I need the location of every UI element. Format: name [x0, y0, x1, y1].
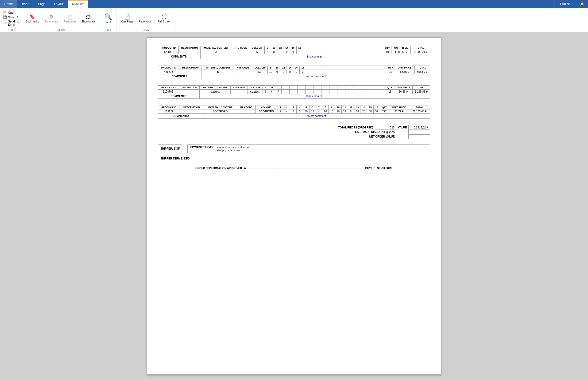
nav-insert[interactable]: Insert: [17, 0, 34, 8]
payment-terms-line2: End of payment terms: [214, 149, 240, 152]
empty-size-header: [322, 86, 330, 90]
size-header-1-0: 8: [268, 66, 274, 70]
payment-terms-label: PAYMENT TERMS:: [190, 146, 213, 149]
empty-size-header: [378, 66, 386, 70]
material-content-header: MATERIAL CONTENT: [200, 86, 230, 90]
bookmarks-icon: 🔖: [29, 14, 35, 19]
product-id-cell-3: 119179: [158, 109, 180, 114]
material-content-header: MATERIAL CONTENT: [202, 66, 234, 70]
material-content-cell-0: A: [200, 50, 232, 54]
material-content-header: MATERIAL CONTENT: [203, 105, 237, 109]
nav-page[interactable]: Page: [34, 0, 50, 8]
thumbnails-button[interactable]: 🖼 Thumbnails: [80, 13, 98, 24]
shipper-label: SHIPPER:: [160, 147, 173, 150]
open-button[interactable]: 📂 Open: [2, 10, 19, 15]
total-header: TOTAL: [414, 66, 430, 70]
send-email-button[interactable]: 📧 Send Email ▼: [2, 19, 19, 27]
total-cell-3: 21 153,44 ₽: [409, 109, 430, 114]
size-header-0-4: 16: [290, 46, 296, 50]
qty-cell-3-13: 28: [361, 109, 367, 114]
empty-size-header: [351, 46, 359, 50]
size-header-3-3: 4: [296, 105, 303, 109]
value-value: 32 914,02 ₽: [409, 125, 430, 130]
hts-code-header: HTS CODE: [234, 66, 252, 70]
publish-button[interactable]: Publish: [555, 0, 576, 8]
size-header-2-1: M: [269, 86, 275, 90]
empty-size-header: [346, 66, 354, 70]
shipper-value: DGF: [174, 147, 180, 150]
product-table-3: PRODUCT ID DESCRIPTION MATERIAL CONTENT …: [158, 105, 430, 119]
qty-cell-2-1: 6: [269, 90, 275, 94]
description-header: DESCRIPTION: [178, 86, 200, 90]
qty-cell-3-7: 16: [322, 109, 328, 114]
unit-price-header: UNIT PRICE: [392, 46, 410, 50]
product-id-cell-2: 1108766: [158, 90, 178, 94]
resources-icon: 📋: [67, 14, 73, 19]
qty-cell-3-9: 20: [335, 109, 341, 114]
unit-price-cell-1: 55,55 ₽: [395, 70, 414, 74]
empty-size-header: [338, 66, 346, 70]
qty-cell-2-2: 7: [275, 90, 281, 94]
full-screen-button[interactable]: ⛶ Full Screen: [156, 13, 173, 24]
payment-terms-box: PAYMENT TERMS: These are our payment ter…: [187, 145, 430, 153]
panels-group: 🔖 Bookmarks ⚙ Parameters 📋 Resources 🖼 T…: [21, 9, 100, 32]
nav-home[interactable]: Home: [0, 0, 17, 8]
size-header-0-2: 12: [277, 46, 284, 50]
nav-layout[interactable]: Layout: [50, 0, 68, 8]
empty-size-header: [327, 46, 335, 50]
size-header-1-2: 12: [280, 66, 287, 70]
size-header-2-0: S: [262, 86, 269, 90]
nav-preview[interactable]: Preview: [68, 0, 88, 8]
resources-button[interactable]: 📋 Resources: [61, 13, 79, 24]
parameters-button[interactable]: ⚙ Parameters: [42, 13, 60, 24]
empty-size-header: [370, 66, 378, 70]
bookmarks-label: Bookmarks: [26, 20, 39, 23]
empty-size-header: [314, 86, 322, 90]
qty-cell-3-12: 26: [354, 109, 361, 114]
find-button[interactable]: 🔍 Find: [102, 13, 114, 25]
one-page-button[interactable]: 📄 One Page: [119, 13, 135, 24]
material-content-header: MATERIAL CONTENT: [200, 46, 232, 50]
save-button[interactable]: 💾 Save ▼: [2, 15, 19, 19]
colour-header: COLOUR: [247, 86, 262, 90]
qty-cell-1-3: 0: [287, 70, 293, 74]
total-pieces-label: TOTAL PIECES (ORDERED): [336, 125, 375, 130]
tools-group: 🔍 Find Tools: [100, 9, 117, 32]
size-header-1-3: 14: [287, 66, 293, 70]
product-table-0: PRODUCT ID DESCRIPTION MATERIAL CONTENT …: [158, 46, 430, 59]
size-header-3-12: 13: [354, 105, 361, 109]
qty-cell-2-0: 5: [262, 90, 269, 94]
size-header-3-8: 9: [328, 105, 335, 109]
hts-code-cell-2: [230, 90, 247, 94]
empty-size-header: [335, 46, 343, 50]
description-cell-0: [179, 50, 201, 54]
thumbnails-icon: 🖼: [86, 14, 91, 19]
hts-code-cell-0: [232, 50, 249, 54]
total-qty-cell-3: 272: [380, 109, 389, 114]
tools-group-label: Tools: [105, 27, 111, 32]
empty-size-header: [370, 86, 378, 90]
size-header-3-9: 10: [335, 105, 341, 109]
comments-label-2: COMMENTS:: [158, 94, 200, 99]
empty-size-header: [305, 86, 314, 90]
empty-size-header: [375, 46, 383, 50]
hts-code-cell-1: [234, 70, 252, 74]
description-header: DESCRIPTION: [180, 105, 203, 109]
bookmarks-button[interactable]: 🔖 Bookmarks: [24, 13, 41, 24]
unit-price-header: UNIT PRICE: [395, 66, 414, 70]
page-width-label: Page Width: [138, 20, 152, 23]
product-table-1: PRODUCT ID DESCRIPTION MATERIAL CONTENT …: [158, 66, 430, 79]
total-cell-2: 1 199,88 ₽: [412, 90, 430, 94]
total-cell-1: 555,50 ₽: [414, 70, 430, 74]
colour-header: COLOUR: [256, 105, 277, 109]
size-header-0-3: 14: [284, 46, 290, 50]
ribbon: 📂 Open 💾 Save ▼ 📧 Send Email ▼ File 🔖 Bo…: [0, 8, 588, 32]
summary-section: TOTAL PIECES (ORDERED) 310 VALUE 32 914,…: [158, 125, 430, 139]
product-id-cell-0: 126811: [158, 50, 179, 54]
less-trade-label: LESS TRADE DISCOUNT @ 20%: [336, 130, 396, 135]
comments-label-0: COMMENTS:: [158, 54, 201, 59]
page-width-button[interactable]: ↔ Page Width: [136, 13, 154, 24]
total-qty-cell-1: 10: [386, 70, 395, 74]
bell-icon[interactable]: 🔔: [576, 0, 588, 8]
size-header-2-2: L: [275, 86, 281, 90]
